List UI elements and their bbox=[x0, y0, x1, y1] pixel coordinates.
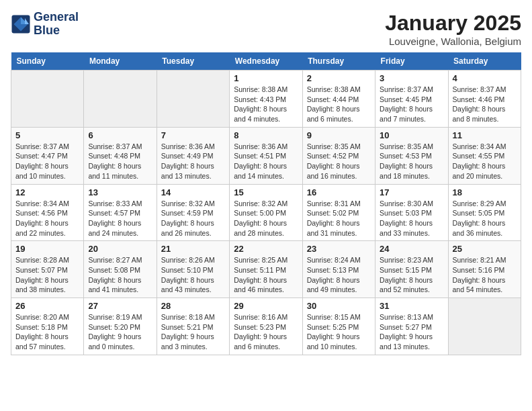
calendar-cell: 15Sunrise: 8:32 AM Sunset: 5:00 PM Dayli… bbox=[230, 184, 302, 241]
day-number: 5 bbox=[15, 130, 79, 140]
day-info: Sunrise: 8:33 AM Sunset: 4:57 PM Dayligh… bbox=[88, 199, 152, 238]
day-info: Sunrise: 8:38 AM Sunset: 4:43 PM Dayligh… bbox=[234, 85, 298, 124]
day-info: Sunrise: 8:32 AM Sunset: 4:59 PM Dayligh… bbox=[161, 199, 225, 238]
day-number: 1 bbox=[234, 73, 298, 83]
calendar-body: 1Sunrise: 8:38 AM Sunset: 4:43 PM Daylig… bbox=[11, 71, 521, 355]
day-number: 24 bbox=[380, 244, 443, 254]
calendar-cell: 6Sunrise: 8:37 AM Sunset: 4:48 PM Daylig… bbox=[84, 127, 157, 184]
calendar-week: 1Sunrise: 8:38 AM Sunset: 4:43 PM Daylig… bbox=[11, 71, 521, 128]
calendar-week: 26Sunrise: 8:20 AM Sunset: 5:18 PM Dayli… bbox=[11, 298, 521, 355]
title-block: January 2025 Louveigne, Wallonia, Belgiu… bbox=[385, 11, 521, 47]
day-number: 15 bbox=[234, 187, 298, 197]
page-header: General Blue January 2025 Louveigne, Wal… bbox=[11, 11, 521, 47]
day-info: Sunrise: 8:35 AM Sunset: 4:52 PM Dayligh… bbox=[307, 142, 371, 181]
day-info: Sunrise: 8:27 AM Sunset: 5:08 PM Dayligh… bbox=[88, 255, 152, 295]
calendar-cell: 22Sunrise: 8:25 AM Sunset: 5:11 PM Dayli… bbox=[230, 241, 302, 298]
day-info: Sunrise: 8:21 AM Sunset: 5:16 PM Dayligh… bbox=[453, 255, 517, 295]
day-info: Sunrise: 8:32 AM Sunset: 5:00 PM Dayligh… bbox=[234, 199, 298, 238]
calendar-cell: 1Sunrise: 8:38 AM Sunset: 4:43 PM Daylig… bbox=[230, 71, 302, 128]
calendar-cell: 13Sunrise: 8:33 AM Sunset: 4:57 PM Dayli… bbox=[84, 184, 157, 241]
day-number: 4 bbox=[453, 73, 517, 83]
calendar-cell: 21Sunrise: 8:26 AM Sunset: 5:10 PM Dayli… bbox=[157, 241, 229, 298]
calendar-header: SundayMondayTuesdayWednesdayThursdayFrid… bbox=[11, 52, 521, 71]
day-number: 16 bbox=[307, 187, 371, 197]
calendar-cell: 8Sunrise: 8:36 AM Sunset: 4:51 PM Daylig… bbox=[230, 127, 302, 184]
weekday-header: Saturday bbox=[448, 52, 521, 71]
weekday-header: Friday bbox=[375, 52, 448, 71]
calendar-cell: 3Sunrise: 8:37 AM Sunset: 4:45 PM Daylig… bbox=[375, 71, 448, 128]
calendar-cell: 16Sunrise: 8:31 AM Sunset: 5:02 PM Dayli… bbox=[302, 184, 375, 241]
day-info: Sunrise: 8:23 AM Sunset: 5:15 PM Dayligh… bbox=[380, 255, 443, 295]
day-number: 29 bbox=[234, 301, 298, 311]
day-info: Sunrise: 8:20 AM Sunset: 5:18 PM Dayligh… bbox=[15, 312, 79, 352]
day-number: 26 bbox=[15, 301, 79, 311]
calendar-cell: 17Sunrise: 8:30 AM Sunset: 5:03 PM Dayli… bbox=[375, 184, 448, 241]
day-info: Sunrise: 8:36 AM Sunset: 4:49 PM Dayligh… bbox=[161, 142, 225, 181]
day-number: 19 bbox=[15, 244, 79, 254]
day-number: 12 bbox=[15, 187, 79, 197]
day-number: 28 bbox=[161, 301, 225, 311]
day-info: Sunrise: 8:25 AM Sunset: 5:11 PM Dayligh… bbox=[234, 255, 298, 295]
calendar-cell: 12Sunrise: 8:34 AM Sunset: 4:56 PM Dayli… bbox=[11, 184, 84, 241]
weekday-header: Monday bbox=[84, 52, 157, 71]
calendar-cell: 18Sunrise: 8:29 AM Sunset: 5:05 PM Dayli… bbox=[448, 184, 521, 241]
calendar-subtitle: Louveigne, Wallonia, Belgium bbox=[385, 36, 521, 47]
calendar-cell: 5Sunrise: 8:37 AM Sunset: 4:47 PM Daylig… bbox=[11, 127, 84, 184]
day-number: 14 bbox=[161, 187, 225, 197]
day-number: 18 bbox=[453, 187, 517, 197]
calendar-cell: 10Sunrise: 8:35 AM Sunset: 4:53 PM Dayli… bbox=[375, 127, 448, 184]
day-info: Sunrise: 8:37 AM Sunset: 4:46 PM Dayligh… bbox=[453, 85, 517, 124]
day-info: Sunrise: 8:15 AM Sunset: 5:25 PM Dayligh… bbox=[307, 312, 371, 352]
calendar-title: January 2025 bbox=[385, 11, 521, 36]
day-info: Sunrise: 8:26 AM Sunset: 5:10 PM Dayligh… bbox=[161, 255, 225, 295]
day-number: 25 bbox=[453, 244, 517, 254]
day-info: Sunrise: 8:37 AM Sunset: 4:47 PM Dayligh… bbox=[15, 142, 79, 181]
calendar-cell bbox=[157, 71, 229, 128]
day-info: Sunrise: 8:38 AM Sunset: 4:44 PM Dayligh… bbox=[307, 85, 371, 124]
day-info: Sunrise: 8:34 AM Sunset: 4:56 PM Dayligh… bbox=[15, 199, 79, 238]
day-info: Sunrise: 8:19 AM Sunset: 5:20 PM Dayligh… bbox=[88, 312, 152, 352]
calendar-cell: 29Sunrise: 8:16 AM Sunset: 5:23 PM Dayli… bbox=[230, 298, 302, 355]
calendar-cell: 30Sunrise: 8:15 AM Sunset: 5:25 PM Dayli… bbox=[302, 298, 375, 355]
day-number: 31 bbox=[380, 301, 443, 311]
calendar-week: 19Sunrise: 8:28 AM Sunset: 5:07 PM Dayli… bbox=[11, 241, 521, 298]
day-number: 20 bbox=[88, 244, 152, 254]
day-info: Sunrise: 8:37 AM Sunset: 4:48 PM Dayligh… bbox=[88, 142, 152, 181]
day-info: Sunrise: 8:24 AM Sunset: 5:13 PM Dayligh… bbox=[307, 255, 371, 295]
day-info: Sunrise: 8:36 AM Sunset: 4:51 PM Dayligh… bbox=[234, 142, 298, 181]
day-number: 6 bbox=[88, 130, 152, 140]
calendar-cell: 14Sunrise: 8:32 AM Sunset: 4:59 PM Dayli… bbox=[157, 184, 229, 241]
logo-icon bbox=[11, 14, 31, 34]
day-number: 27 bbox=[88, 301, 152, 311]
day-info: Sunrise: 8:31 AM Sunset: 5:02 PM Dayligh… bbox=[307, 199, 371, 238]
day-info: Sunrise: 8:35 AM Sunset: 4:53 PM Dayligh… bbox=[380, 142, 443, 181]
calendar-cell: 28Sunrise: 8:18 AM Sunset: 5:21 PM Dayli… bbox=[157, 298, 229, 355]
day-info: Sunrise: 8:37 AM Sunset: 4:45 PM Dayligh… bbox=[380, 85, 443, 124]
calendar-cell: 4Sunrise: 8:37 AM Sunset: 4:46 PM Daylig… bbox=[448, 71, 521, 128]
calendar-cell bbox=[11, 71, 84, 128]
weekday-row: SundayMondayTuesdayWednesdayThursdayFrid… bbox=[11, 52, 521, 71]
day-number: 8 bbox=[234, 130, 298, 140]
calendar-cell bbox=[448, 298, 521, 355]
day-number: 11 bbox=[453, 130, 517, 140]
calendar-cell: 26Sunrise: 8:20 AM Sunset: 5:18 PM Dayli… bbox=[11, 298, 84, 355]
day-number: 17 bbox=[380, 187, 443, 197]
calendar-cell bbox=[84, 71, 157, 128]
calendar-cell: 11Sunrise: 8:34 AM Sunset: 4:55 PM Dayli… bbox=[448, 127, 521, 184]
weekday-header: Sunday bbox=[11, 52, 84, 71]
day-number: 21 bbox=[161, 244, 225, 254]
calendar-cell: 24Sunrise: 8:23 AM Sunset: 5:15 PM Dayli… bbox=[375, 241, 448, 298]
logo: General Blue bbox=[11, 11, 79, 38]
day-number: 22 bbox=[234, 244, 298, 254]
calendar-cell: 23Sunrise: 8:24 AM Sunset: 5:13 PM Dayli… bbox=[302, 241, 375, 298]
day-info: Sunrise: 8:29 AM Sunset: 5:05 PM Dayligh… bbox=[453, 199, 517, 238]
day-info: Sunrise: 8:28 AM Sunset: 5:07 PM Dayligh… bbox=[15, 255, 79, 295]
day-info: Sunrise: 8:18 AM Sunset: 5:21 PM Dayligh… bbox=[161, 312, 225, 352]
day-number: 13 bbox=[88, 187, 152, 197]
calendar-cell: 31Sunrise: 8:13 AM Sunset: 5:27 PM Dayli… bbox=[375, 298, 448, 355]
day-number: 3 bbox=[380, 73, 443, 83]
calendar-cell: 9Sunrise: 8:35 AM Sunset: 4:52 PM Daylig… bbox=[302, 127, 375, 184]
day-info: Sunrise: 8:30 AM Sunset: 5:03 PM Dayligh… bbox=[380, 199, 443, 238]
weekday-header: Thursday bbox=[302, 52, 375, 71]
day-number: 2 bbox=[307, 73, 371, 83]
